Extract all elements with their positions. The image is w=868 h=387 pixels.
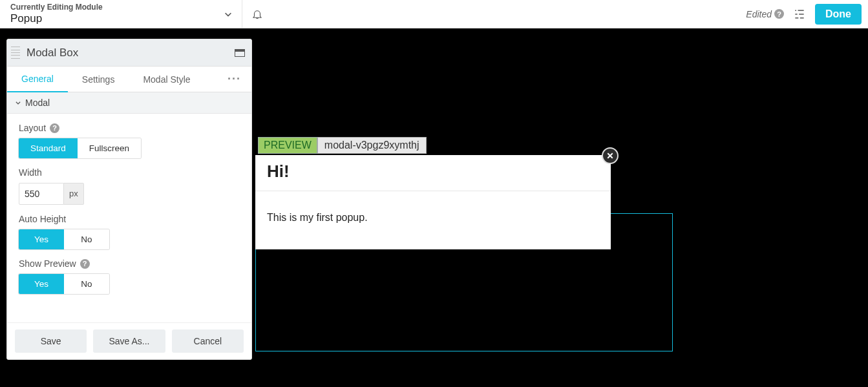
- panel-footer: Save Save As... Cancel: [7, 322, 251, 359]
- preview-badge: PREVIEW: [258, 137, 317, 154]
- help-icon[interactable]: ?: [774, 9, 784, 19]
- section-modal-header[interactable]: Modal: [7, 92, 251, 114]
- auto-height-label: Auto Height: [19, 214, 66, 224]
- show-preview-toggle: Yes No: [19, 274, 109, 294]
- tab-settings[interactable]: Settings: [68, 67, 129, 92]
- auto-height-toggle: Yes No: [19, 229, 109, 249]
- edited-label: Edited: [746, 9, 772, 19]
- top-bar: Currently Editing Module Popup Edited ? …: [0, 0, 868, 28]
- help-icon[interactable]: ?: [50, 123, 59, 133]
- chevron-down-icon: [15, 99, 21, 106]
- layout-toggle: Standard Fullscreen: [19, 138, 141, 158]
- auto-height-yes-button[interactable]: Yes: [19, 229, 64, 249]
- close-icon: [606, 152, 614, 160]
- modal-body-text: This is my first popup.: [255, 191, 611, 249]
- help-icon[interactable]: ?: [80, 259, 90, 269]
- panel-title: Modal Box: [26, 47, 78, 59]
- cancel-button[interactable]: Cancel: [172, 329, 244, 353]
- width-unit: px: [64, 183, 84, 205]
- drag-handle-icon[interactable]: [11, 46, 20, 60]
- width-input[interactable]: [19, 183, 64, 205]
- show-preview-label: Show Preview: [19, 258, 76, 269]
- layout-standard-button[interactable]: Standard: [19, 138, 78, 158]
- modal-heading: Hi!: [267, 162, 599, 182]
- modal-preview[interactable]: Hi! This is my first popup.: [255, 155, 611, 249]
- panel-body[interactable]: Modal Layout ? Standard Fullscreen Width: [7, 92, 251, 322]
- module-name: Popup: [10, 12, 103, 25]
- module-picker[interactable]: Currently Editing Module Popup: [0, 0, 242, 28]
- currently-editing-label: Currently Editing Module: [10, 3, 103, 12]
- tab-overflow-button[interactable]: ···: [217, 72, 251, 86]
- show-preview-yes-button[interactable]: Yes: [19, 274, 64, 294]
- save-button[interactable]: Save: [15, 329, 87, 353]
- modal-close-button[interactable]: [602, 147, 619, 164]
- tab-general[interactable]: General: [7, 67, 68, 92]
- section-modal-label: Modal: [25, 98, 50, 108]
- modal-id-badge: modal-v3pgz9xymthj: [317, 137, 427, 154]
- layout-fullscreen-button[interactable]: Fullscreen: [78, 138, 141, 158]
- edited-indicator: Edited ?: [746, 9, 784, 19]
- panel-tabs: General Settings Modal Style ···: [7, 67, 251, 92]
- structure-icon[interactable]: [793, 8, 806, 21]
- notifications-icon[interactable]: [251, 8, 263, 20]
- chevron-down-icon: [224, 10, 233, 19]
- panel-header[interactable]: Modal Box: [7, 39, 251, 67]
- done-button[interactable]: Done: [815, 4, 862, 25]
- properties-panel: Modal Box General Settings Modal Style ·…: [6, 39, 252, 360]
- save-as-button[interactable]: Save As...: [93, 329, 165, 353]
- auto-height-no-button[interactable]: No: [64, 229, 109, 249]
- show-preview-no-button[interactable]: No: [64, 274, 109, 294]
- layout-label: Layout: [19, 123, 46, 133]
- preview-badge-row: PREVIEW modal-v3pgz9xymthj: [258, 137, 427, 154]
- width-label: Width: [19, 167, 42, 178]
- tab-modal-style[interactable]: Modal Style: [129, 67, 204, 92]
- window-icon[interactable]: [235, 49, 245, 57]
